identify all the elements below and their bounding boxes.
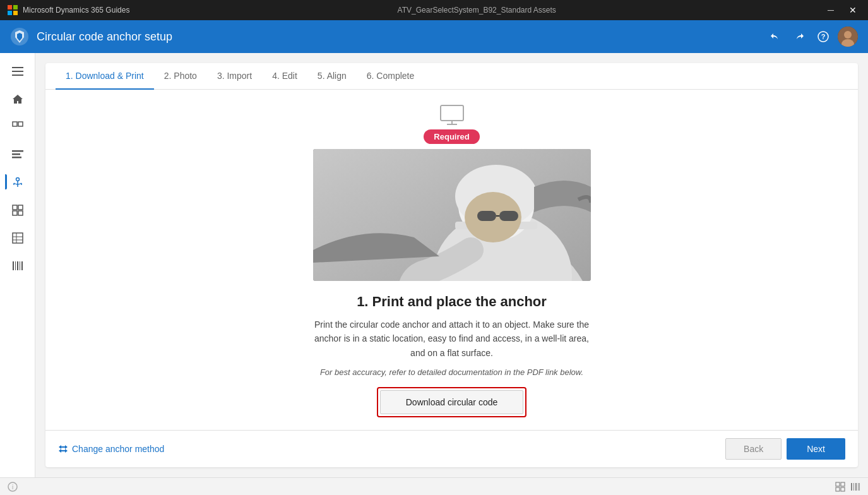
sidebar-item-table[interactable] xyxy=(5,225,30,250)
sidebar-item-home[interactable] xyxy=(5,86,30,111)
title-bar: Microsoft Dynamics 365 Guides ATV_GearSe… xyxy=(0,0,868,20)
avatar[interactable] xyxy=(838,27,858,47)
svg-rect-75 xyxy=(859,483,860,491)
avatar-icon xyxy=(838,27,858,47)
tab-photo[interactable]: 2. Photo xyxy=(154,63,207,90)
status-grid-icon xyxy=(835,482,845,492)
undo-icon xyxy=(770,31,781,42)
sidebar-item-text[interactable] xyxy=(5,141,30,167)
tab-photo-label: 2. Photo xyxy=(164,71,197,81)
svg-rect-12 xyxy=(12,75,23,76)
svg-rect-33 xyxy=(20,261,20,270)
svg-rect-34 xyxy=(21,261,23,270)
svg-text:?: ? xyxy=(821,33,826,40)
svg-rect-10 xyxy=(12,67,23,68)
sidebar xyxy=(0,53,35,477)
svg-rect-16 xyxy=(12,153,20,155)
svg-rect-45 xyxy=(477,211,496,221)
change-anchor-label: Change anchor method xyxy=(72,444,164,454)
change-anchor-method-button[interactable]: Change anchor method xyxy=(58,444,164,454)
svg-point-18 xyxy=(16,177,19,181)
tab-bar: 1. Download & Print 2. Photo 3. Import 4… xyxy=(45,63,858,90)
tab-download-print-label: 1. Download & Print xyxy=(66,71,144,81)
sidebar-item-anchor[interactable] xyxy=(5,169,30,194)
sidebar-item-grid[interactable] xyxy=(5,197,30,222)
help-button[interactable]: ? xyxy=(814,27,833,47)
svg-rect-46 xyxy=(499,211,518,221)
grid-status-icon xyxy=(835,482,845,492)
step-description: Print the circular code anchor and attac… xyxy=(313,318,591,360)
tab-complete[interactable]: 6. Complete xyxy=(357,63,424,90)
svg-rect-3 xyxy=(13,11,18,15)
layout-icon xyxy=(12,120,23,133)
active-indicator xyxy=(5,174,7,189)
svg-rect-67 xyxy=(836,482,840,486)
svg-rect-70 xyxy=(841,487,845,491)
svg-rect-14 xyxy=(18,122,23,126)
undo-button[interactable] xyxy=(766,27,785,47)
step-note: For best accuracy, refer to detailed doc… xyxy=(320,367,583,377)
next-button[interactable]: Next xyxy=(787,438,845,460)
info-circle-icon: i xyxy=(8,482,18,492)
table-icon xyxy=(12,231,23,244)
svg-rect-72 xyxy=(853,483,854,491)
scene-svg xyxy=(313,149,591,281)
tab-align[interactable]: 5. Align xyxy=(307,63,357,90)
sidebar-item-barcode[interactable] xyxy=(5,253,30,278)
main-layout: 1. Download & Print 2. Photo 3. Import 4… xyxy=(0,53,868,477)
tab-edit-label: 4. Edit xyxy=(272,71,297,81)
status-barcode-icon xyxy=(850,482,860,492)
footer-actions: Back Next xyxy=(725,438,845,460)
home-icon xyxy=(12,92,23,105)
tab-edit[interactable]: 4. Edit xyxy=(262,63,307,90)
app-logo-icon xyxy=(10,27,29,46)
monitor-icon-area xyxy=(439,102,465,127)
svg-rect-15 xyxy=(12,150,23,152)
status-right xyxy=(835,482,860,492)
tab-import-label: 3. Import xyxy=(217,71,252,81)
status-bar: i xyxy=(0,477,868,495)
photo-scene xyxy=(313,149,591,281)
text-icon xyxy=(12,148,23,161)
info-icon: i xyxy=(8,482,18,492)
svg-rect-26 xyxy=(13,233,23,243)
svg-rect-31 xyxy=(15,261,16,270)
app-header-title: Circular code anchor setup xyxy=(37,30,766,44)
svg-rect-17 xyxy=(12,157,21,158)
window-controls: ─ ✕ xyxy=(824,0,860,20)
svg-rect-2 xyxy=(8,11,12,15)
step-title: 1. Print and place the anchor xyxy=(357,294,547,310)
svg-text:i: i xyxy=(12,484,13,491)
window-title: ATV_GearSelectSystem_B92_Standard Assets xyxy=(129,6,824,15)
required-badge: Required xyxy=(424,129,479,144)
close-button[interactable]: ✕ xyxy=(845,0,860,20)
wizard-content: Required xyxy=(45,90,858,430)
header-actions: ? xyxy=(766,27,858,47)
svg-rect-30 xyxy=(13,261,14,270)
svg-rect-0 xyxy=(8,5,12,9)
back-button[interactable]: Back xyxy=(725,438,782,460)
svg-rect-73 xyxy=(855,483,857,491)
grid-icon xyxy=(12,203,23,217)
svg-rect-13 xyxy=(13,122,17,126)
anchor-icon xyxy=(12,176,23,189)
minimize-button[interactable]: ─ xyxy=(824,0,838,20)
redo-icon xyxy=(794,31,805,42)
svg-rect-22 xyxy=(13,205,17,210)
sidebar-item-layout[interactable] xyxy=(5,114,30,139)
change-anchor-icon xyxy=(58,444,68,453)
sidebar-item-menu[interactable] xyxy=(5,58,30,83)
download-button-container: Download circular code xyxy=(377,387,527,417)
tab-import[interactable]: 3. Import xyxy=(207,63,262,90)
menu-icon xyxy=(12,64,23,78)
download-circular-code-button[interactable]: Download circular code xyxy=(380,390,524,414)
tab-complete-label: 6. Complete xyxy=(367,71,414,81)
app-name: Microsoft Dynamics 365 Guides xyxy=(23,6,129,15)
main-panel: 1. Download & Print 2. Photo 3. Import 4… xyxy=(45,63,858,467)
svg-rect-71 xyxy=(851,483,852,491)
tab-download-print[interactable]: 1. Download & Print xyxy=(56,63,154,90)
svg-point-8 xyxy=(844,31,852,39)
svg-rect-25 xyxy=(18,211,23,215)
svg-rect-68 xyxy=(841,482,845,486)
redo-button[interactable] xyxy=(790,27,809,47)
